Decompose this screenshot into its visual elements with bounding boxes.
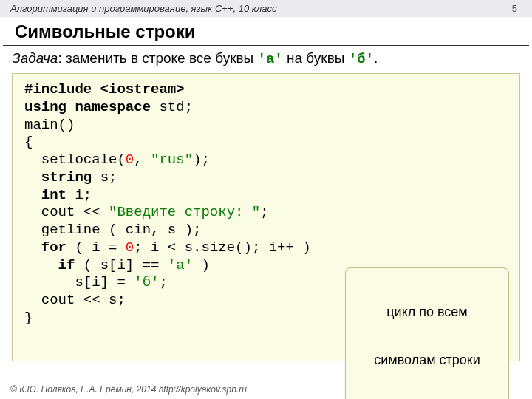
header-bar: Алгоритмизация и программирование, язык … (0, 0, 532, 17)
code-l11d: 'а' (168, 257, 193, 273)
task-t2: на буквы (283, 50, 349, 66)
code-l10c: ( i = (66, 239, 126, 256)
code-l3: main() (24, 117, 75, 133)
code-l7b: int (41, 187, 66, 203)
callout-box: цикл по всем символам строки (345, 267, 509, 399)
code-l12b: 'б' (134, 274, 159, 290)
code-l6a (24, 169, 41, 185)
code-l6c: s; (92, 169, 117, 185)
page-title: Символьные строки (3, 17, 529, 46)
page-number: 5 (512, 3, 522, 14)
code-l4: { (24, 134, 33, 150)
task-char-b: 'б' (349, 51, 374, 67)
code-block: #include <iostream> using namespace std;… (12, 73, 520, 361)
code-l11e: ) (193, 257, 210, 273)
callout-line1: цикл по всем (353, 304, 501, 321)
task-text: Задача: заменить в строке все буквы 'а' … (0, 46, 532, 73)
task-t3: . (374, 50, 378, 66)
code-l11c: ( s[i] == (75, 257, 167, 273)
code-l10d: 0 (126, 239, 134, 256)
code-l9: getline ( cin, s ); (24, 222, 201, 238)
code-l14: } (24, 310, 33, 326)
code-l12a: s[i] = (24, 274, 134, 290)
code-l10b: for (41, 239, 66, 256)
code-l1: #include <iostream> (24, 81, 185, 98)
code-l5b: 0 (126, 151, 134, 168)
code-l2a: using (24, 99, 66, 115)
code-l6b: string (41, 169, 92, 185)
callout-line2: символам строки (353, 352, 501, 369)
task-char-a: 'а' (258, 51, 283, 67)
code-l2c: namespace (75, 99, 151, 115)
code-l11b: if (58, 257, 75, 273)
code-l5a: setlocale( (24, 151, 126, 168)
code-l2d: std; (151, 99, 193, 115)
code-l2b (66, 99, 75, 115)
task-t1: : заменить в строке все буквы (58, 50, 257, 66)
footer: © К.Ю. Поляков, Е.А. Ерёмин, 2014 http:/… (10, 384, 247, 395)
code-l12c: ; (159, 274, 167, 290)
code-l8b: "Введите строку: " (109, 204, 260, 220)
code-l10a (24, 239, 41, 256)
code-l5d: "rus" (151, 151, 193, 168)
code-l11a (24, 257, 58, 273)
code-l10e: ; i < s.size(); i++ ) (134, 239, 310, 256)
task-label: Задача (12, 50, 58, 66)
course-title: Алгоритмизация и программирование, язык … (10, 3, 276, 14)
code-l5c: , (134, 151, 151, 168)
code-l8c: ; (260, 204, 268, 220)
code-l7c: i; (66, 187, 92, 203)
code-l5e: ); (193, 151, 210, 168)
code-l7a (24, 187, 41, 203)
code-l8a: cout << (24, 204, 109, 220)
code-l13: cout << s; (24, 292, 126, 308)
